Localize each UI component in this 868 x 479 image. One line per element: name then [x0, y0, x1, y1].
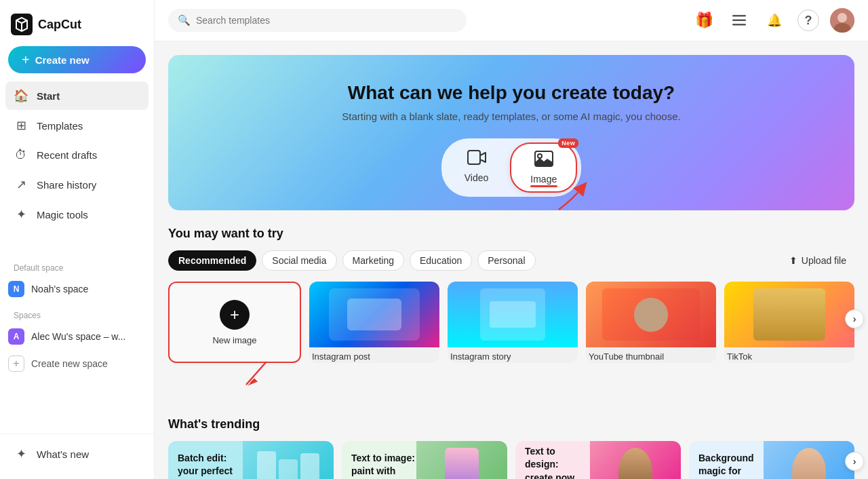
filter-chip-marketing[interactable]: Marketing	[342, 250, 404, 271]
create-space-label: Create new space	[31, 358, 108, 369]
content-area: What can we help you create today? Start…	[155, 41, 868, 479]
text-to-image-image	[416, 441, 507, 479]
hero-subtitle: Starting with a blank slate, ready templ…	[182, 111, 841, 122]
svg-rect-7	[468, 151, 480, 164]
svg-point-5	[837, 13, 847, 22]
template-grid-next-arrow[interactable]: ›	[845, 309, 864, 328]
sidebar-item-recent-drafts[interactable]: ⏱ Recent drafts	[5, 141, 149, 169]
templates-icon: ⊞	[14, 118, 28, 133]
template-grid: + New image Instagram post	[168, 282, 854, 363]
noah-avatar: N	[8, 281, 24, 297]
sidebar: CapCut + Create new 🏠 Start ⊞ Templates …	[0, 0, 155, 479]
sidebar-item-share-history[interactable]: ↗ Share history	[5, 170, 149, 199]
search-icon: 🔍	[178, 14, 191, 26]
search-bar[interactable]: 🔍	[168, 9, 467, 32]
sidebar-item-magic-tools[interactable]: ✦ Magic tools	[5, 200, 149, 229]
plus-icon: +	[22, 53, 30, 66]
create-new-button[interactable]: + Create new	[8, 46, 146, 73]
trending-card-text-to-design[interactable]: Text to design: create now, instant WOW	[515, 441, 681, 479]
sidebar-item-templates-label: Templates	[37, 120, 83, 132]
menu-button[interactable]	[727, 8, 751, 33]
try-section: You may want to try Recommended Social m…	[168, 227, 854, 479]
create-space-plus-icon: +	[8, 356, 24, 372]
template-cards-container: + New image Instagram post	[168, 282, 854, 363]
sidebar-item-start-label: Start	[37, 90, 60, 102]
app-name: CapCut	[38, 18, 81, 32]
clock-icon: ⏱	[14, 148, 28, 162]
instagram-story-card[interactable]: Instagram story	[448, 282, 578, 363]
help-button[interactable]: ?	[797, 9, 819, 31]
svg-rect-1	[732, 15, 746, 17]
upload-file-button[interactable]: ⬆ Upload file	[781, 251, 854, 270]
new-image-label: New image	[212, 335, 256, 345]
trending-card-batch-edit[interactable]: Batch edit: your perfect time saver	[168, 441, 334, 479]
create-space-button[interactable]: + Create new space	[0, 350, 154, 377]
gift-button[interactable]: 🎁	[692, 8, 716, 33]
tiktok-card[interactable]: TikTok	[724, 282, 854, 363]
logo-area: CapCut	[0, 11, 154, 46]
upload-label: Upload file	[802, 255, 846, 266]
space-item-alec[interactable]: A Alec Wu's space – w...	[0, 323, 154, 350]
batch-edit-image	[243, 441, 334, 479]
user-avatar[interactable]	[830, 8, 854, 33]
video-tab-label: Video	[465, 172, 489, 183]
try-section-title: You may want to try	[168, 227, 854, 241]
search-input[interactable]	[196, 15, 457, 26]
tiktok-thumbnail	[724, 282, 854, 347]
sidebar-item-whats-new[interactable]: ✦ What's new	[5, 440, 149, 468]
trending-title: What's trending	[168, 417, 854, 432]
sidebar-item-magic-tools-label: Magic tools	[37, 209, 88, 221]
hero-annotation-arrow	[552, 179, 593, 216]
hero-banner: What can we help you create today? Start…	[168, 55, 854, 210]
upload-icon: ⬆	[789, 255, 797, 266]
sidebar-bottom: ✦ What's new	[0, 434, 154, 468]
instagram-story-label: Instagram story	[448, 347, 578, 363]
youtube-thumbnail-card[interactable]: YouTube thumbnail	[586, 282, 716, 363]
capcut-logo-icon	[11, 14, 33, 35]
filter-chip-social-media[interactable]: Social media	[262, 250, 336, 271]
new-badge: New	[558, 138, 578, 148]
alec-space-label: Alec Wu's space – w...	[31, 331, 125, 342]
create-new-label: Create new	[35, 54, 90, 66]
youtube-thumbnail-label: YouTube thumbnail	[586, 347, 716, 363]
notifications-button[interactable]: 🔔	[762, 8, 787, 33]
filter-chip-education[interactable]: Education	[410, 250, 472, 271]
sidebar-item-templates[interactable]: ⊞ Templates	[5, 111, 149, 140]
trending-card-background-magic[interactable]: Background magic for products	[689, 441, 854, 479]
header-icons: 🎁 🔔 ?	[692, 8, 854, 33]
video-tab-icon	[467, 149, 486, 170]
background-magic-label: Background magic for products	[698, 453, 754, 479]
background-magic-image	[764, 441, 854, 479]
text-to-design-image	[590, 441, 681, 479]
svg-rect-3	[732, 24, 746, 26]
instagram-post-thumbnail	[309, 282, 439, 347]
sidebar-item-share-history-label: Share history	[37, 179, 96, 191]
header: 🔍 🎁 🔔 ?	[155, 0, 868, 41]
filter-row: Recommended Social media Marketing Educa…	[168, 250, 854, 271]
spaces-label: Spaces	[0, 303, 154, 323]
space-item-noah[interactable]: N Noah's space	[0, 275, 154, 303]
default-space-label: Default space	[0, 255, 154, 275]
trending-card-text-to-image[interactable]: Text to image: paint with your words	[342, 441, 507, 479]
trending-grid: Batch edit: your perfect time saver	[168, 441, 854, 479]
instagram-post-label: Instagram post	[309, 347, 439, 363]
text-to-image-label: Text to image: paint with your words	[351, 453, 415, 479]
filter-chip-recommended[interactable]: Recommended	[168, 250, 256, 271]
spacer	[168, 385, 854, 417]
sidebar-item-start[interactable]: 🏠 Start	[5, 81, 149, 110]
trending-grid-next-arrow[interactable]: ›	[845, 452, 864, 471]
instagram-post-card[interactable]: Instagram post	[309, 282, 439, 363]
batch-edit-label: Batch edit: your perfect time saver	[178, 453, 233, 479]
hero-title: What can we help you create today?	[182, 82, 841, 104]
youtube-thumbnail-image	[586, 282, 716, 347]
filter-chip-personal[interactable]: Personal	[477, 250, 535, 271]
main-area: 🔍 🎁 🔔 ?	[155, 0, 868, 479]
avatar-image	[830, 8, 854, 33]
magic-icon: ✦	[14, 207, 28, 222]
new-image-plus-icon: +	[220, 300, 250, 330]
alec-avatar: A	[8, 328, 24, 345]
new-image-card[interactable]: + New image	[168, 282, 301, 363]
text-to-design-label: Text to design: create now, instant WOW	[525, 446, 584, 479]
hero-tab-video[interactable]: Video	[446, 142, 508, 193]
whats-new-icon: ✦	[14, 446, 28, 461]
